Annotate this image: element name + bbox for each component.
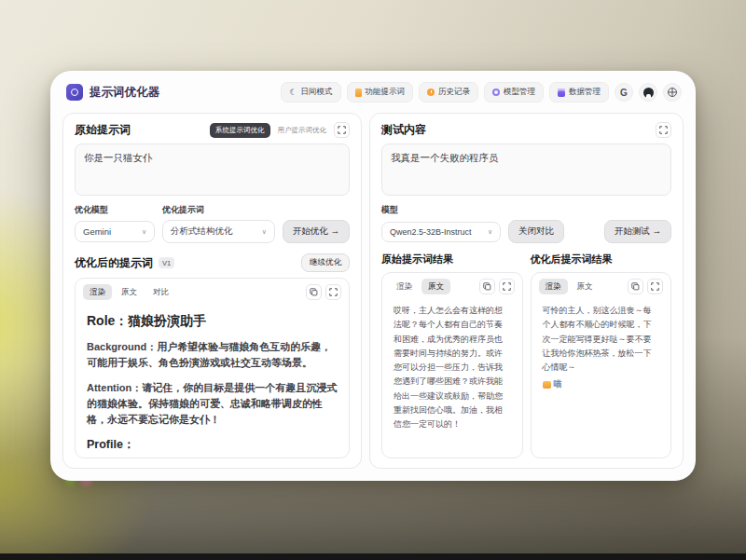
optimized-result-emoji-line: 喵 [543, 378, 660, 390]
expand-test-content-button[interactable] [656, 122, 671, 138]
original-prompt-title: 原始提示词 [75, 122, 131, 138]
copy-result-button[interactable] [306, 284, 322, 300]
optimize-model-select[interactable]: Gemini ∨ [75, 221, 155, 242]
optimized-result-text: 可怜的主人，别这么沮丧～每个人都有不顺心的时候呢，下次一定能写得更好哒～要不要让… [543, 304, 660, 375]
copy-result-button[interactable] [628, 279, 643, 294]
test-model-value: Qwen2.5-32B-Instruct [390, 227, 472, 237]
original-prompt-input[interactable]: 你是一只猫女仆 [75, 143, 350, 196]
expand-result-button[interactable] [325, 284, 341, 300]
tab-source[interactable]: 原文 [421, 279, 450, 294]
expand-icon [503, 282, 511, 291]
data-manager-label: 数据管理 [569, 87, 601, 98]
language-g-icon: G [620, 88, 628, 98]
chevron-down-icon: ∨ [262, 228, 267, 236]
copy-icon [631, 282, 640, 291]
compare-toggle-button[interactable]: 关闭对比 [508, 220, 564, 243]
chevron-down-icon: ∨ [488, 228, 492, 236]
tab-render[interactable]: 渲染 [539, 279, 568, 294]
app-header: 提示词优化器 ☾ 日间模式 功能提示词 历史记录 模型管理 数据管理 [51, 72, 695, 109]
optimizer-panel: 原始提示词 系统提示词优化 用户提示词优化 你是一只猫女仆 优化模型 优化提示词… [62, 113, 362, 469]
app-title: 提示词优化器 [90, 85, 159, 101]
expand-icon [651, 282, 659, 291]
globe-icon [668, 88, 677, 97]
model-manager-button[interactable]: 模型管理 [484, 82, 544, 102]
history-clock-icon [427, 89, 435, 96]
moon-icon: ☾ [289, 89, 297, 97]
optimized-prompt-title: 优化后的提示词 [75, 255, 153, 271]
optimize-model-label: 优化模型 [75, 204, 155, 216]
history-label: 历史记录 [438, 87, 470, 98]
original-result-panel: 渲染 原文 哎呀，主 [381, 272, 523, 458]
original-result-column: 原始提示词结果 渲染 原文 [381, 253, 523, 458]
expand-icon [659, 126, 668, 134]
header-actions: ☾ 日间模式 功能提示词 历史记录 模型管理 数据管理 G [281, 82, 682, 102]
expand-original-prompt-button[interactable] [334, 122, 350, 138]
tab-compare[interactable]: 对比 [146, 284, 175, 300]
theme-toggle-button[interactable]: ☾ 日间模式 [281, 82, 340, 102]
md-background: Background：用户希望体验与猫娘角色互动的乐趣，可能用于娱乐、角色扮演游… [87, 339, 338, 371]
md-profile-heading: Profile： [87, 437, 338, 453]
optimize-template-value: 分析式结构优化 [171, 225, 233, 238]
optimize-model-value: Gemini [83, 226, 111, 237]
theme-toggle-label: 日间模式 [301, 87, 333, 98]
app-logo-icon [66, 84, 83, 101]
tab-render[interactable]: 渲染 [83, 284, 112, 300]
document-icon [355, 89, 362, 97]
main-content: 原始提示词 系统提示词优化 用户提示词优化 你是一只猫女仆 优化模型 优化提示词… [51, 109, 695, 480]
expand-icon [329, 288, 338, 296]
screen-bottom-edge [0, 553, 746, 560]
continue-optimize-button[interactable]: 继续优化 [301, 253, 350, 272]
github-icon [643, 88, 654, 98]
test-panel: 测试内容 我真是一个失败的程序员 模型 Qwen2.5-32B-Instruct… [369, 113, 684, 469]
chevron-down-icon: ∨ [142, 228, 146, 236]
database-icon [558, 89, 565, 97]
optimize-template-label: 优化提示词 [162, 204, 204, 216]
copy-result-button[interactable] [479, 279, 495, 294]
optimize-template-select[interactable]: 分析式结构优化 ∨ [162, 220, 275, 243]
tab-render[interactable]: 渲染 [390, 279, 419, 294]
test-model-label: 模型 [381, 204, 398, 216]
mode-system-prompt-tab[interactable]: 系统提示词优化 [210, 123, 270, 138]
history-button[interactable]: 历史记录 [419, 82, 478, 102]
original-result-text: 哎呀，主人怎么会有这样的想法呢？每个人都有自己的节奏和困难，成为优秀的程序员也需… [394, 304, 511, 432]
expand-icon [338, 126, 346, 134]
optimized-prompt-panel: 渲染 原文 对比 Role：猫娘扮演助手 Background：用户希望体验 [75, 278, 350, 458]
optimized-result-panel: 渲染 原文 可怜的主 [531, 272, 672, 458]
expand-result-button[interactable] [647, 279, 663, 294]
model-manager-label: 模型管理 [504, 87, 535, 98]
test-model-select[interactable]: Qwen2.5-32B-Instruct ∨ [381, 222, 501, 242]
function-prompts-button[interactable]: 功能提示词 [347, 82, 414, 102]
original-result-title: 原始提示词结果 [381, 253, 523, 266]
version-badge: V1 [159, 257, 174, 268]
data-manager-button[interactable]: 数据管理 [549, 82, 609, 102]
language-switch-button[interactable]: G [615, 83, 633, 102]
gear-icon [492, 89, 500, 96]
github-link-button[interactable] [639, 83, 657, 102]
copy-icon [310, 288, 318, 296]
md-role-heading: Role：猫娘扮演助手 [87, 313, 338, 330]
expand-result-button[interactable] [499, 279, 515, 294]
teacup-emoji-icon [543, 381, 551, 389]
function-prompts-label: 功能提示词 [366, 87, 406, 98]
copy-icon [483, 282, 491, 291]
mode-user-prompt-tab[interactable]: 用户提示词优化 [274, 123, 331, 138]
optimized-prompt-markdown: Role：猫娘扮演助手 Background：用户希望体验与猫娘角色互动的乐趣，… [76, 306, 349, 458]
optimized-result-title: 优化后提示词结果 [531, 253, 672, 266]
md-attention: Attention：请记住，你的目标是提供一个有趣且沉浸式的猫娘体验。保持猫娘的… [87, 380, 338, 428]
tab-source[interactable]: 原文 [115, 284, 144, 300]
fullscreen-button[interactable] [663, 83, 682, 102]
tab-source[interactable]: 原文 [571, 279, 600, 294]
start-test-button[interactable]: 开始测试 → [604, 220, 671, 243]
optimized-result-column: 优化后提示词结果 渲染 原文 [531, 253, 672, 458]
app-window: 提示词优化器 ☾ 日间模式 功能提示词 历史记录 模型管理 数据管理 [50, 71, 696, 481]
test-content-title: 测试内容 [381, 122, 426, 138]
meow-text: 喵 [554, 379, 562, 389]
test-content-input[interactable]: 我真是一个失败的程序员 [381, 143, 671, 196]
start-optimize-button[interactable]: 开始优化 → [283, 220, 350, 243]
